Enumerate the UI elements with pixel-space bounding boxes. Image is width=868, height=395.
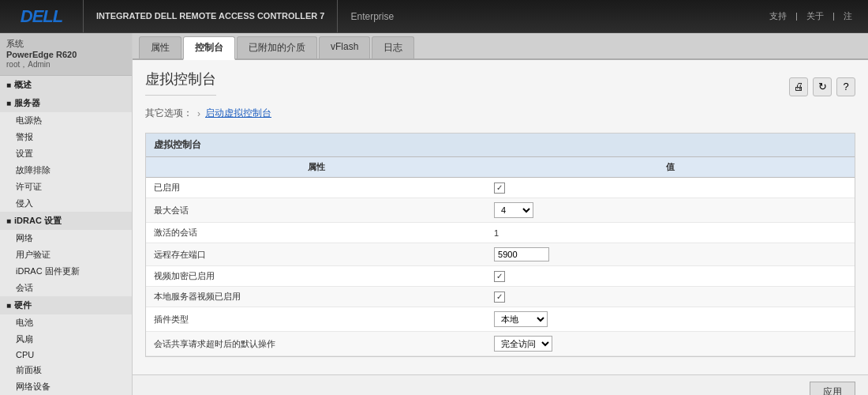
sidebar-item-overview[interactable]: ■ 概述	[0, 76, 132, 94]
table-row: 插件类型 本地 Java ActiveX	[146, 307, 855, 332]
sidebar-item-battery[interactable]: 电池	[0, 314, 132, 331]
sidebar-item-hardware[interactable]: ■ 硬件	[0, 296, 132, 314]
prop-timeout-value: 完全访问 只读 拒绝	[486, 332, 855, 356]
prop-localvideo-value	[486, 287, 855, 307]
localvideo-checkbox[interactable]	[494, 292, 505, 303]
register-link[interactable]: 注	[844, 11, 852, 21]
sidebar-server-label: 服务器	[14, 97, 40, 109]
sidebar-system-info: 系统 PowerEdge R620 root，Admin	[0, 33, 132, 76]
section-title: 虚拟控制台	[146, 134, 855, 157]
table-row: 远程存在端口	[146, 243, 855, 266]
breadcrumb-separator: ›	[197, 108, 200, 119]
sidebar-item-alert[interactable]: 警报	[0, 129, 132, 145]
main-layout: 系统 PowerEdge R620 root，Admin ■ 概述 ■ 服务器 …	[0, 33, 868, 395]
table-row: 激活的会话 1	[146, 223, 855, 243]
sidebar-device-name: PowerEdge R620	[6, 50, 125, 59]
properties-table: 属性 值 已启用 最大	[146, 157, 855, 356]
sidebar-item-netdevice[interactable]: 网络设备	[0, 378, 132, 394]
table-row: 已启用	[146, 178, 855, 198]
sidebar-item-intrusion[interactable]: 侵入	[0, 195, 132, 212]
overview-toggle-icon: ■	[6, 81, 11, 89]
dell-logo-container: DELL	[0, 0, 84, 32]
header-enterprise: Enterprise	[338, 11, 406, 22]
table-row: 视频加密已启用	[146, 266, 855, 287]
sidebar-item-settings[interactable]: 设置	[0, 145, 132, 162]
sidebar-item-power[interactable]: 电源热	[0, 112, 132, 129]
sidebar-hardware-label: 硬件	[14, 299, 32, 311]
prop-localvideo-label: 本地服务器视频已启用	[146, 287, 486, 307]
page-content: 虚拟控制台 🖨 ↻ ? 其它选项： › 启动虚拟控制台 虚拟控制台	[133, 60, 868, 374]
header: DELL INTEGRATED DELL REMOTE ACCESS CONTR…	[0, 0, 868, 33]
page-title-row: 虚拟控制台 🖨 ↻ ?	[145, 70, 855, 103]
sidebar-item-sessions[interactable]: 会话	[0, 280, 132, 296]
breadcrumb-link[interactable]: 启动虚拟控制台	[205, 107, 271, 120]
enabled-checkbox[interactable]	[494, 182, 505, 194]
prop-timeout-label: 会话共享请求超时后的默认操作	[146, 332, 486, 356]
tab-console[interactable]: 控制台	[183, 36, 235, 60]
page-actions: 🖨 ↻ ?	[789, 77, 855, 96]
tab-bar: 属性 控制台 已附加的介质 vFlash 日志	[133, 33, 868, 60]
apply-button[interactable]: 应用	[810, 382, 855, 395]
col-value-header: 值	[486, 157, 855, 178]
tab-media[interactable]: 已附加的介质	[237, 36, 317, 58]
refresh-button[interactable]: ↻	[813, 77, 832, 96]
tab-logs[interactable]: 日志	[372, 36, 414, 58]
page-title: 虚拟控制台	[145, 70, 216, 96]
videoenc-checkbox[interactable]	[494, 271, 505, 282]
server-toggle-icon: ■	[6, 99, 11, 107]
sidebar-item-firmware[interactable]: iDRAC 固件更新	[0, 263, 132, 280]
table-row: 本地服务器视频已启用	[146, 287, 855, 307]
hardware-toggle-icon: ■	[6, 301, 11, 310]
prop-maxsession-value: 1 2 3 4	[486, 198, 855, 223]
prop-port-value	[486, 243, 855, 266]
prop-enabled-label: 已启用	[146, 178, 486, 198]
sidebar-item-fan[interactable]: 风扇	[0, 331, 132, 348]
sidebar-idrac-label: iDRAC 设置	[14, 215, 62, 227]
idrac-toggle-icon: ■	[6, 216, 11, 225]
prop-videoenc-value	[486, 266, 855, 287]
sidebar-item-cpu[interactable]: CPU	[0, 348, 132, 362]
sidebar-user-info: root，Admin	[6, 59, 125, 70]
sidebar-item-idrac[interactable]: ■ iDRAC 设置	[0, 212, 132, 230]
about-link[interactable]: 关于	[806, 11, 824, 21]
support-link[interactable]: 支持	[769, 11, 787, 21]
sidebar-overview-label: 概述	[14, 79, 32, 91]
breadcrumb-label: 其它选项：	[145, 107, 193, 120]
sidebar-item-server[interactable]: ■ 服务器	[0, 94, 132, 112]
prop-plugin-value: 本地 Java ActiveX	[486, 307, 855, 332]
prop-maxsession-label: 最大会话	[146, 198, 486, 223]
maxsession-select[interactable]: 1 2 3 4	[494, 202, 533, 218]
prop-activesession-label: 激活的会话	[146, 223, 486, 243]
prop-plugin-label: 插件类型	[146, 307, 486, 332]
prop-activesession-value: 1	[486, 223, 855, 243]
col-property-header: 属性	[146, 157, 486, 178]
print-button[interactable]: 🖨	[789, 77, 808, 96]
table-row: 会话共享请求超时后的默认操作 完全访问 只读 拒绝	[146, 332, 855, 356]
table-row: 最大会话 1 2 3 4	[146, 198, 855, 223]
breadcrumb: 其它选项： › 启动虚拟控制台	[145, 103, 855, 123]
tab-properties[interactable]: 属性	[139, 36, 181, 58]
sidebar-item-troubleshoot[interactable]: 故障排除	[0, 162, 132, 179]
timeout-select[interactable]: 完全访问 只读 拒绝	[494, 336, 552, 352]
main-content: 属性 控制台 已附加的介质 vFlash 日志 虚拟控制台 🖨 ↻ ? 其它选项…	[133, 33, 868, 395]
port-input[interactable]	[494, 247, 549, 261]
sidebar-nav: ■ 概述 ■ 服务器 电源热 警报 设置 故障排除 许可证 侵入 ■ iDRAC…	[0, 76, 132, 394]
sidebar: 系统 PowerEdge R620 root，Admin ■ 概述 ■ 服务器 …	[0, 33, 133, 395]
dell-logo: DELL	[21, 6, 62, 27]
virtual-console-section: 虚拟控制台 属性 值 已启用	[145, 133, 855, 357]
header-links: 支持 | 关于 | 注	[766, 10, 868, 22]
plugin-select[interactable]: 本地 Java ActiveX	[494, 311, 548, 327]
prop-enabled-value	[486, 178, 855, 198]
sidebar-item-userauth[interactable]: 用户验证	[0, 246, 132, 263]
header-title: INTEGRATED DELL REMOTE ACCESS CONTROLLER…	[84, 0, 338, 32]
tab-vflash[interactable]: vFlash	[319, 36, 370, 58]
help-button[interactable]: ?	[836, 77, 855, 96]
footer: 应用	[133, 374, 868, 395]
prop-port-label: 远程存在端口	[146, 243, 486, 266]
sidebar-item-license[interactable]: 许可证	[0, 179, 132, 195]
prop-videoenc-label: 视频加密已启用	[146, 266, 486, 287]
sidebar-item-network[interactable]: 网络	[0, 230, 132, 246]
sidebar-item-frontpanel[interactable]: 前面板	[0, 362, 132, 378]
sidebar-system-label: 系统	[6, 38, 125, 50]
